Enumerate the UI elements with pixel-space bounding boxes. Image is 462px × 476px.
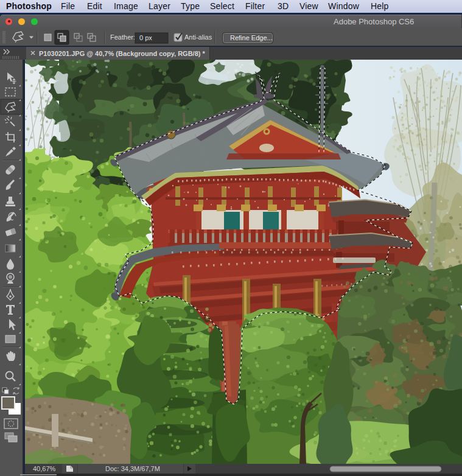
- svg-text:Doc: 34,3M/67,7M: Doc: 34,3M/67,7M: [105, 465, 160, 472]
- svg-text:0 px: 0 px: [139, 34, 152, 41]
- svg-text:Feather:: Feather:: [110, 33, 135, 41]
- svg-text:Refine Edge...: Refine Edge...: [230, 34, 273, 41]
- svg-text:Anti-alias: Anti-alias: [184, 33, 212, 41]
